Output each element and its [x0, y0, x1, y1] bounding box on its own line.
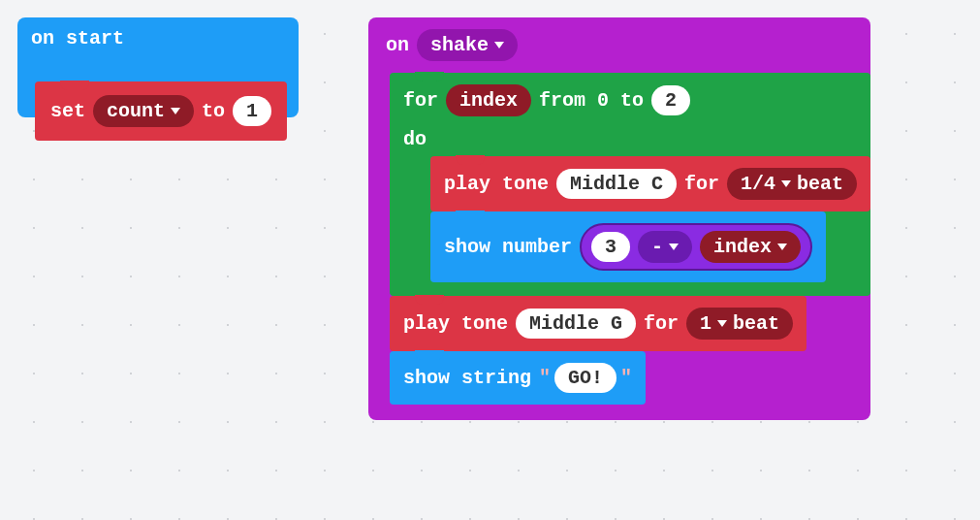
do-keyword: do: [403, 128, 427, 150]
right-operand-variable[interactable]: index: [700, 231, 801, 263]
for-loop-block[interactable]: for index from 0 to 2 do: [390, 73, 870, 296]
for-keyword: for: [403, 89, 438, 112]
for-keyword: for: [644, 312, 679, 335]
quote-close: ": [620, 367, 632, 389]
chevron-down-icon: [494, 42, 504, 49]
block-nub: [456, 155, 485, 165]
index-name: index: [459, 89, 518, 112]
block-nub: [415, 350, 444, 360]
string-value: GO!: [568, 367, 603, 389]
block-nub: [456, 211, 485, 220]
operator-value: -: [651, 236, 663, 258]
note-input[interactable]: Middle C: [556, 169, 677, 199]
gesture-dropdown[interactable]: shake: [417, 29, 518, 61]
right-operand-name: index: [713, 236, 772, 258]
quote-open: ": [539, 367, 551, 389]
note-value: Middle G: [529, 312, 622, 335]
variable-dropdown[interactable]: count: [93, 95, 194, 127]
beat-suffix: beat: [797, 173, 843, 195]
note-value: Middle C: [570, 173, 663, 195]
show-number-keyword: show number: [444, 236, 572, 258]
string-input[interactable]: GO!: [554, 363, 616, 393]
from-to-keyword: from 0 to: [539, 89, 644, 112]
note-input[interactable]: Middle G: [516, 309, 636, 339]
block-nub: [60, 81, 89, 90]
left-operand-input[interactable]: 3: [591, 232, 630, 262]
chevron-down-icon: [781, 180, 791, 187]
index-variable[interactable]: index: [446, 84, 531, 116]
set-keyword: set: [50, 100, 85, 122]
show-number-block[interactable]: show number 3 - index: [430, 211, 826, 282]
to-keyword: to: [202, 100, 225, 122]
play-tone-keyword: play tone: [403, 312, 508, 335]
show-string-block[interactable]: show string " GO! ": [390, 351, 646, 405]
beat-value: 1/4: [741, 173, 775, 195]
on-start-label: on start: [31, 27, 124, 49]
chevron-down-icon: [669, 244, 679, 250]
math-expression[interactable]: 3 - index: [580, 223, 812, 271]
for-keyword: for: [684, 173, 719, 195]
show-string-keyword: show string: [403, 367, 531, 389]
gesture-value: shake: [430, 34, 489, 56]
left-operand-value: 3: [605, 236, 616, 258]
play-tone-block[interactable]: play tone Middle G for 1 beat: [390, 296, 806, 351]
beat-suffix: beat: [733, 312, 779, 335]
on-shake-stack[interactable]: on shake for index from 0 to 2: [368, 17, 870, 420]
on-keyword: on: [386, 34, 409, 56]
on-start-stack[interactable]: on start set count to 1: [17, 17, 299, 117]
beat-dropdown[interactable]: 1 beat: [686, 308, 793, 340]
loop-bound-input[interactable]: 2: [651, 85, 690, 115]
chevron-down-icon: [717, 320, 727, 327]
play-tone-keyword: play tone: [444, 173, 549, 195]
block-nub: [415, 295, 444, 305]
loop-bound-value: 2: [665, 89, 677, 112]
beat-dropdown[interactable]: 1/4 beat: [727, 168, 857, 200]
operator-dropdown[interactable]: -: [638, 231, 692, 263]
beat-value: 1: [700, 312, 711, 335]
variable-name: count: [107, 100, 165, 122]
chevron-down-icon: [171, 108, 180, 114]
on-gesture-hat[interactable]: on shake for index from 0 to 2: [368, 17, 870, 420]
set-variable-block[interactable]: set count to 1: [35, 81, 287, 141]
block-nub: [415, 72, 444, 81]
play-tone-block[interactable]: play tone Middle C for 1/4 beat: [430, 156, 870, 211]
value-literal: 1: [246, 100, 258, 122]
value-input[interactable]: 1: [233, 96, 271, 126]
chevron-down-icon: [777, 244, 787, 250]
